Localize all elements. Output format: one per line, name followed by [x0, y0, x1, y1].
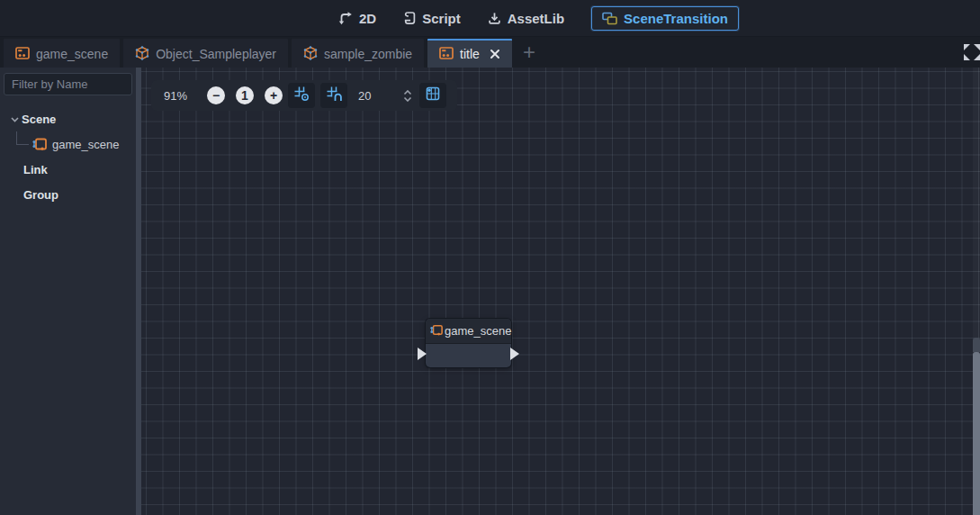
tree-item-label: game_scene — [52, 138, 119, 151]
main-area: Scene game_scene Link Group 91% − 1 — [0, 68, 980, 515]
mesh-cube-icon — [135, 46, 149, 63]
snap-toggle-button[interactable] — [320, 83, 347, 108]
minimap-icon — [425, 86, 441, 104]
graph-node-icon — [32, 138, 47, 150]
snap-distance-value: 20 — [356, 89, 403, 103]
tree-indent-guide — [13, 131, 32, 157]
input-port[interactable] — [418, 348, 427, 360]
tree-item-scene[interactable]: Scene — [0, 106, 136, 131]
graph-toolbar: 91% − 1 + 20 — [151, 80, 457, 111]
workspace-bar: 2D Script AssetLib SceneTransition — [0, 0, 980, 37]
zoom-in-button[interactable]: + — [265, 86, 283, 104]
chevron-down-icon[interactable] — [7, 114, 22, 124]
workspace-2d-label: 2D — [359, 11, 376, 26]
zoom-percent-label: 91% — [164, 89, 196, 103]
tab-label: sample_zombie — [324, 47, 412, 61]
close-icon[interactable] — [490, 49, 500, 59]
graph-node-icon — [430, 323, 443, 339]
expand-icon[interactable] — [960, 42, 980, 62]
workspace-2d-button[interactable]: 2D — [338, 11, 376, 26]
graph-node-game-scene[interactable]: game_scene — [426, 319, 511, 367]
workspace-script-button[interactable]: Script — [403, 11, 461, 26]
tree-item-label: Link — [23, 163, 48, 176]
workspace-assetlib-label: AssetLib — [508, 11, 564, 26]
tree-item-label: Group — [23, 188, 58, 202]
output-port[interactable] — [510, 348, 519, 360]
workspace-buttons: 2D Script AssetLib SceneTransition — [338, 6, 739, 31]
zoom-reset-button[interactable]: 1 — [236, 86, 254, 104]
new-tab-button[interactable]: + — [512, 39, 546, 66]
tree-item-group[interactable]: Group — [0, 182, 136, 207]
scene-transition-icon — [602, 12, 617, 25]
tab-label: title — [460, 47, 480, 61]
workspace-scene-transition-label: SceneTransition — [624, 11, 728, 26]
v-scrollbar[interactable] — [973, 68, 980, 515]
scene-list-panel: Scene game_scene Link Group — [0, 68, 136, 515]
workspace-scene-transition-button[interactable]: SceneTransition — [591, 6, 739, 31]
packed-scene-icon — [439, 47, 454, 62]
script-icon — [403, 11, 416, 25]
scene-tab-bar: game_scene Object_Sampleplayer sample_zo… — [0, 37, 980, 68]
2d-icon — [338, 11, 353, 25]
tab-label: Object_Sampleplayer — [156, 47, 276, 61]
v-scrollbar-thumb[interactable] — [973, 352, 980, 515]
tab-object-sampleplayer[interactable]: Object_Sampleplayer — [123, 39, 288, 68]
tree-item-label: Scene — [22, 113, 56, 126]
filter-input[interactable] — [4, 73, 132, 95]
minimap-toggle-button[interactable] — [419, 83, 446, 108]
packed-scene-icon — [15, 47, 30, 62]
zoom-out-button[interactable]: − — [207, 86, 225, 104]
graph-canvas[interactable]: 91% − 1 + 20 — [141, 68, 980, 515]
grid-magnet-icon — [327, 86, 342, 105]
workspace-script-label: Script — [422, 11, 461, 26]
download-icon — [488, 12, 501, 25]
grid-gear-icon — [294, 86, 310, 105]
scene-tree: Scene game_scene Link Group — [0, 106, 136, 207]
node-title: game_scene — [445, 324, 511, 338]
tab-label: game_scene — [36, 47, 108, 61]
tree-item-link[interactable]: Link — [0, 157, 136, 182]
tree-item-game-scene[interactable]: game_scene — [0, 131, 136, 157]
mesh-cube-icon — [303, 46, 318, 63]
workspace-assetlib-button[interactable]: AssetLib — [488, 11, 564, 26]
tab-game-scene[interactable]: game_scene — [4, 39, 120, 68]
tab-sample-zombie[interactable]: sample_zombie — [292, 39, 424, 68]
graph-node-header[interactable]: game_scene — [426, 319, 511, 344]
chevron-updown-icon[interactable] — [403, 90, 414, 102]
grid-visibility-button[interactable] — [288, 83, 315, 108]
snap-distance-spinbox[interactable]: 20 — [356, 83, 414, 108]
tab-title[interactable]: title — [427, 39, 512, 68]
